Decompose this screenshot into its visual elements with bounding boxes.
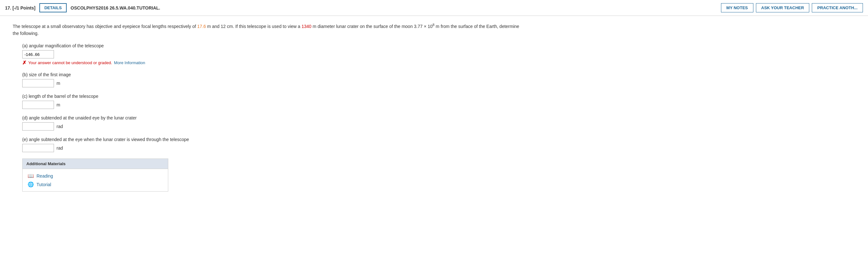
part-d: (d) angle subtended at the unaided eye b… [22, 115, 855, 130]
part-e-unit: rad [57, 146, 63, 151]
part-e-input-row: rad [22, 144, 855, 152]
part-d-input-row: rad [22, 122, 855, 130]
practice-button[interactable]: PRACTICE ANOTH... [812, 3, 863, 12]
part-b-label: (b) size of the first image [22, 72, 855, 77]
tutorial-link[interactable]: 🌐 Tutorial [28, 181, 163, 187]
reading-icon: 📖 [28, 173, 34, 179]
content-area: The telescope at a small observatory has… [0, 16, 868, 198]
part-d-input[interactable] [22, 122, 54, 130]
part-c-input-row: m [22, 101, 855, 109]
tutorial-icon: 🌐 [28, 181, 34, 187]
part-d-unit: rad [57, 124, 63, 129]
part-c-label: (c) length of the barrel of the telescop… [22, 94, 855, 99]
problem-text-1: The telescope at a small observatory has… [13, 24, 197, 29]
part-d-label: (d) angle subtended at the unaided eye b… [22, 115, 855, 120]
part-a-label: (a) angular magnification of the telesco… [22, 43, 855, 48]
part-a-input-row [22, 50, 855, 58]
part-a-input[interactable] [22, 50, 54, 58]
more-info-link[interactable]: More Information [114, 60, 145, 65]
details-button[interactable]: DETAILS [39, 3, 67, 12]
problem-statement: The telescope at a small observatory has… [13, 22, 521, 37]
part-b: (b) size of the first image m [22, 72, 855, 87]
question-id: OSCOLPHYS2016 26.5.WA.040.TUTORIAL. [70, 5, 721, 10]
part-c: (c) length of the barrel of the telescop… [22, 94, 855, 109]
problem-text-3: m diameter lunar crater on the surface o… [311, 24, 433, 29]
part-e-input[interactable] [22, 144, 54, 152]
reading-link[interactable]: 📖 Reading [28, 173, 163, 179]
crater-diameter: 1340 [302, 24, 311, 29]
part-b-input[interactable] [22, 79, 54, 87]
part-b-input-row: m [22, 79, 855, 87]
question-number: 17. [-/1 Points] [5, 5, 36, 10]
header-buttons: MY NOTES ASK YOUR TEACHER PRACTICE ANOTH… [721, 3, 863, 12]
problem-text-2: m and 12 cm. If this telescope is used t… [206, 24, 302, 29]
ask-teacher-button[interactable]: ASK YOUR TEACHER [756, 3, 810, 12]
additional-materials-body: 📖 Reading 🌐 Tutorial [23, 169, 168, 191]
part-e: (e) angle subtended at the eye when the … [22, 137, 855, 152]
reading-label: Reading [36, 174, 53, 179]
part-a: (a) angular magnification of the telesco… [22, 43, 855, 66]
part-c-unit: m [57, 102, 60, 107]
part-b-unit: m [57, 81, 60, 86]
part-e-label: (e) angle subtended at the eye when the … [22, 137, 855, 142]
tutorial-label: Tutorial [36, 182, 51, 187]
obj-focal-length: 17.6 [197, 24, 206, 29]
additional-materials: Additional Materials 📖 Reading 🌐 Tutoria… [22, 158, 168, 191]
part-a-error-row: ✗ Your answer cannot be understood or gr… [22, 60, 855, 66]
my-notes-button[interactable]: MY NOTES [721, 3, 753, 12]
header-bar: 17. [-/1 Points] DETAILS OSCOLPHYS2016 2… [0, 0, 868, 16]
additional-materials-header: Additional Materials [23, 159, 168, 169]
part-c-input[interactable] [22, 101, 54, 109]
error-icon: ✗ [22, 60, 26, 66]
error-text: Your answer cannot be understood or grad… [28, 60, 112, 65]
